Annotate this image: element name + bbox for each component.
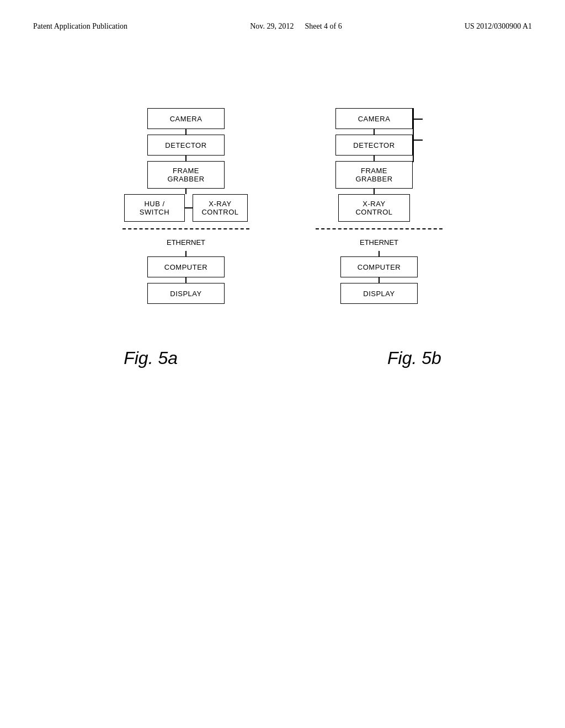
fig5b-xray-row: X-RAY CONTROL — [338, 194, 410, 222]
bracket-h-camera — [413, 119, 423, 120]
connector-v — [374, 156, 375, 161]
fig5a-display-block: DISPLAY — [147, 283, 225, 304]
fig5a-dashed-line — [122, 228, 249, 229]
fig5b-detector-block: DETECTOR — [335, 135, 413, 156]
header-left: Patent Application Publication — [33, 22, 127, 31]
header-center: Nov. 29, 2012 Sheet 4 of 6 — [250, 22, 342, 31]
connector-v — [185, 156, 186, 161]
connector-v — [185, 189, 186, 194]
fig5b-dashed-line — [316, 228, 443, 229]
fig5b-xray-block: X-RAY CONTROL — [338, 194, 410, 222]
fig5b-computer-block: COMPUTER — [340, 256, 418, 277]
fig5a-hub-row: HUB / SWITCH X-RAY CONTROL — [124, 194, 248, 222]
fig5a-xray-block: X-RAY CONTROL — [193, 194, 248, 222]
connector-v — [374, 129, 375, 135]
fig5b-camera-block: CAMERA — [335, 108, 413, 129]
diagrams-area: CAMERA DETECTOR FRAME GRABBER HUB / SWIT… — [0, 31, 565, 304]
fig5b-main-col: CAMERA DETECTOR FRAME GRABBER X-RAY CONT… — [335, 108, 413, 222]
fig5b-diagram: CAMERA DETECTOR FRAME GRABBER X-RAY CONT… — [316, 108, 443, 304]
fig5b-top-branch: CAMERA DETECTOR FRAME GRABBER X-RAY CONT… — [335, 108, 423, 222]
connector-v — [374, 189, 375, 194]
fig5b-framegrabber-block: FRAME GRABBER — [335, 161, 413, 189]
fig5a-framegrabber-block: FRAME GRABBER — [147, 161, 225, 189]
fig5a-computer-block: COMPUTER — [147, 256, 225, 277]
fig5a-caption: Fig. 5a — [124, 348, 178, 368]
connector-v — [379, 251, 380, 256]
figure-captions: Fig. 5a Fig. 5b — [0, 348, 565, 368]
header-right: US 2012/0300900 A1 — [465, 22, 532, 31]
fig5b-ethernet-label: ETHERNET — [360, 238, 398, 247]
connector-v — [185, 277, 186, 283]
fig5a-hub-block: HUB / SWITCH — [124, 194, 185, 222]
fig5b-display-block: DISPLAY — [340, 283, 418, 304]
page-header: Patent Application Publication Nov. 29, … — [0, 0, 565, 31]
connector-v — [185, 251, 186, 256]
fig5a-detector-block: DETECTOR — [147, 135, 225, 156]
bracket-v-line — [413, 108, 414, 162]
bracket-h-detector — [413, 140, 423, 141]
connector-v — [185, 129, 186, 135]
connector-v — [379, 277, 380, 283]
fig5a-camera-block: CAMERA — [147, 108, 225, 129]
fig5a-ethernet-label: ETHERNET — [167, 238, 205, 247]
fig5b-caption: Fig. 5b — [387, 348, 441, 368]
connector-h — [185, 207, 193, 208]
fig5a-diagram: CAMERA DETECTOR FRAME GRABBER HUB / SWIT… — [122, 108, 249, 304]
